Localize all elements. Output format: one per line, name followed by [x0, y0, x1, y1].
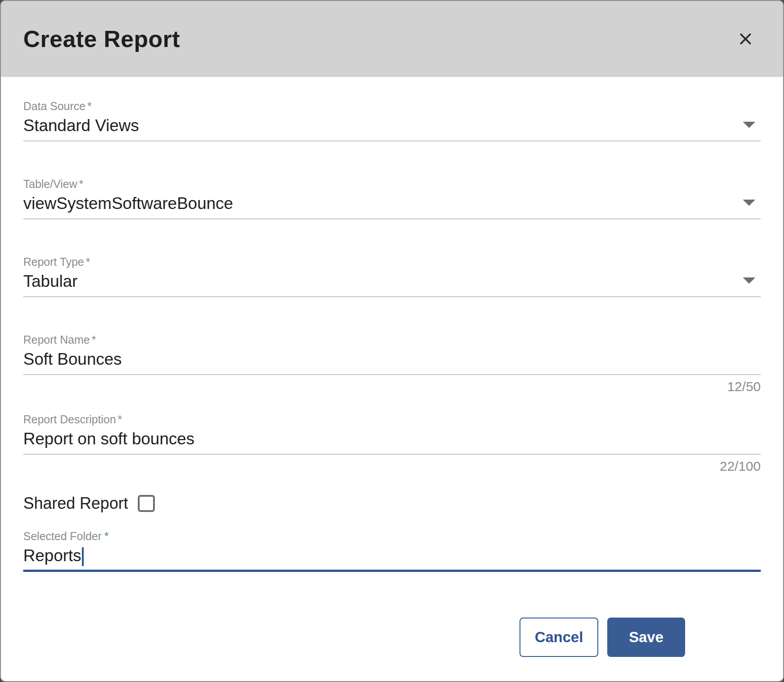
- selected-folder-input[interactable]: Reports: [23, 546, 761, 572]
- report-name-field: Report Name* Soft Bounces: [23, 333, 761, 375]
- table-view-field: Table/View* viewSystemSoftwareBounce: [23, 177, 761, 219]
- report-name-label: Report Name*: [23, 333, 761, 346]
- required-asterisk: *: [104, 530, 109, 542]
- close-button[interactable]: [736, 29, 755, 49]
- dialog-title: Create Report: [23, 26, 180, 52]
- data-source-field: Data Source* Standard Views: [23, 99, 761, 141]
- report-type-field: Report Type* Tabular: [23, 255, 761, 297]
- dialog-header: Create Report: [1, 1, 783, 77]
- selected-folder-field: Selected Folder* Reports: [23, 529, 761, 572]
- data-source-select[interactable]: Standard Views: [23, 115, 761, 141]
- report-name-value: Soft Bounces: [23, 350, 122, 368]
- report-description-input[interactable]: Report on soft bounces: [23, 429, 761, 455]
- required-asterisk: *: [79, 178, 83, 190]
- selected-folder-label: Selected Folder*: [23, 529, 761, 543]
- data-source-label: Data Source*: [23, 99, 761, 113]
- dialog-body: Data Source* Standard Views Table/View* …: [1, 77, 783, 572]
- report-type-value: Tabular: [23, 272, 77, 290]
- text-cursor: [82, 547, 84, 566]
- required-asterisk: *: [86, 256, 90, 268]
- report-description-counter: 22/100: [23, 458, 761, 474]
- table-view-label: Table/View*: [23, 177, 761, 191]
- report-name-input[interactable]: Soft Bounces: [23, 349, 761, 375]
- close-icon: [738, 31, 753, 47]
- chevron-down-icon[interactable]: [743, 200, 755, 206]
- shared-report-checkbox[interactable]: [138, 495, 155, 512]
- report-description-field: Report Description* Report on soft bounc…: [23, 413, 761, 455]
- chevron-down-icon[interactable]: [743, 122, 755, 128]
- create-report-dialog: Create Report Data Source* Standard View…: [0, 0, 784, 682]
- table-view-value: viewSystemSoftwareBounce: [23, 194, 233, 213]
- shared-report-row: Shared Report: [23, 494, 761, 513]
- report-description-label: Report Description*: [23, 413, 761, 426]
- report-type-label: Report Type*: [23, 255, 761, 269]
- dialog-footer: Cancel Save: [520, 618, 685, 657]
- required-asterisk: *: [118, 413, 122, 426]
- save-button[interactable]: Save: [607, 618, 685, 657]
- table-view-select[interactable]: viewSystemSoftwareBounce: [23, 193, 761, 219]
- report-type-select[interactable]: Tabular: [23, 271, 761, 297]
- required-asterisk: *: [92, 333, 96, 346]
- selected-folder-value: Reports: [23, 546, 81, 565]
- shared-report-label: Shared Report: [23, 494, 128, 513]
- required-asterisk: *: [87, 100, 92, 112]
- report-description-value: Report on soft bounces: [23, 430, 195, 448]
- data-source-value: Standard Views: [23, 116, 139, 135]
- chevron-down-icon[interactable]: [743, 277, 755, 284]
- report-name-counter: 12/50: [23, 379, 761, 395]
- cancel-button[interactable]: Cancel: [520, 618, 598, 657]
